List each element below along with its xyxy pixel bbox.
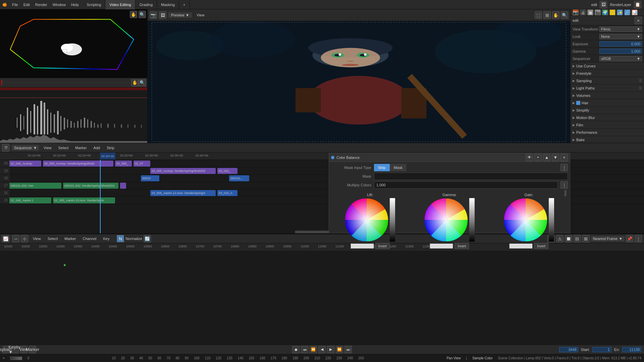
scene-icon-2[interactable]: 🎬 (595, 9, 601, 15)
hair-checkbox[interactable] (576, 101, 580, 105)
object-icon[interactable]: ⬡ (609, 9, 615, 15)
seq-menu-view[interactable]: View (42, 146, 54, 150)
cb-dot-icon[interactable]: • (534, 154, 542, 161)
output-icon[interactable]: 🖨 (580, 9, 586, 15)
gamma-brightness[interactable] (469, 198, 475, 242)
tab-grading[interactable]: Grading (136, 0, 157, 9)
strip-btn[interactable]: Strip (374, 164, 390, 171)
end-frame[interactable]: 11138 (622, 347, 641, 352)
preview-tool-1[interactable]: ⬚ (535, 11, 542, 19)
section-volumes[interactable]: ▶ Volumes (571, 92, 644, 99)
scene-icon[interactable]: 🖼 (600, 1, 607, 8)
section-performance[interactable]: ▶ Performance (571, 129, 644, 136)
keying-btn[interactable]: Keying ▼ (11, 346, 19, 353)
anim-menu-view[interactable]: View (31, 237, 43, 241)
transport-skip-end[interactable]: ⏭ (344, 346, 352, 353)
animation-content[interactable] (0, 251, 644, 345)
anim-menu-channel[interactable]: Channel (80, 237, 98, 241)
waveform-hand-tool[interactable]: ✋ (131, 79, 139, 86)
blender-icon[interactable]: 🍊 (0, 0, 9, 9)
mask-extra-icon[interactable]: ⋮ (560, 164, 568, 171)
anim-menu-key[interactable]: Key (101, 237, 111, 241)
render-layer-icon[interactable]: 📋 (634, 1, 641, 8)
menu-render[interactable]: Render (33, 0, 50, 9)
anim-menu-marker[interactable]: Marker (62, 237, 78, 241)
clip-02055[interactable]: 02_055_Acomp: /render/spring/shots/ (43, 161, 113, 167)
lift-brightness[interactable] (390, 198, 395, 242)
section-motion-blur[interactable]: ▶ Motion Blur (571, 114, 644, 121)
clip-02055aanim[interactable]: 02_055_Aanim.10.mov: /render/sprin (53, 197, 115, 203)
lift-color-wheel[interactable] (345, 198, 388, 242)
preview-tool-2[interactable]: ⊞ (543, 11, 551, 19)
menu-edit[interactable]: Edit (21, 0, 33, 9)
clip-03010[interactable]: 03_010_ (217, 168, 237, 174)
multiply-extra-icon[interactable]: ⋮ (560, 181, 568, 189)
menu-window[interactable]: Window (50, 0, 68, 9)
waveform-zoom-tool[interactable]: 🔍 (139, 79, 146, 86)
preview-icon-1[interactable]: 📷 (150, 11, 157, 19)
section-hair[interactable]: ▶ Hair (571, 99, 644, 107)
clip-0207[interactable]: 02_07 (133, 161, 150, 167)
sequencer-dropdown[interactable]: sRGB ▼ (599, 56, 642, 61)
gain-brightness[interactable] (549, 198, 554, 242)
gamma-color-wheel[interactable] (424, 198, 468, 242)
render-icon[interactable]: 📷 (573, 9, 579, 15)
constraints-icon[interactable]: 🔗 (624, 9, 630, 15)
look-dropdown[interactable]: None ▼ (599, 34, 642, 39)
mask-btn[interactable]: Mask (390, 164, 407, 171)
section-simplify[interactable]: ▶ Simplify (571, 107, 644, 114)
normalize-refresh[interactable]: 🔄 (144, 235, 151, 242)
data-icon[interactable]: 📊 (632, 9, 638, 15)
view-transform-dropdown[interactable]: Filmic ▼ (599, 26, 642, 32)
clip-000101042[interactable]: 000101.042: /render/spring/shots/024 (63, 183, 118, 189)
particles-icon[interactable]: ✨ (617, 9, 623, 15)
section-light-paths[interactable]: ▶ Light Paths ☰ (571, 84, 644, 92)
menu-file[interactable]: File (9, 0, 21, 9)
seq-menu-select[interactable]: Select (56, 146, 71, 150)
current-frame[interactable]: 3448 (559, 347, 578, 352)
viewport-3d[interactable]: ✋ 🔍 (0, 9, 147, 78)
section-use-curves[interactable]: ▶ Use Curves (571, 62, 644, 70)
section-film[interactable]: ▶ Film (571, 121, 644, 129)
preview-zoom[interactable]: 🔍 (561, 11, 568, 19)
anim-right-icon-5[interactable]: ⊞ (582, 235, 590, 242)
anim-type-icon[interactable]: 📈 (2, 235, 9, 242)
view-btn[interactable]: View (194, 12, 207, 18)
transport-record[interactable]: ⏺ (292, 346, 300, 353)
preview-hand[interactable]: ✋ (552, 11, 559, 19)
gamma-value[interactable]: 1.000 (599, 49, 642, 54)
seq-menu-add[interactable]: Add (92, 146, 102, 150)
marker-anim-btn[interactable]: Marker (29, 346, 36, 353)
section-freestyle[interactable]: ▶ Freestyle (571, 70, 644, 77)
clip-02045aanim[interactable]: 02_045_Aanim.1 (9, 197, 51, 203)
tab-add[interactable]: + (179, 0, 190, 9)
viewport-hand-tool[interactable]: ✋ (130, 11, 137, 18)
section-sampling[interactable]: ▶ Sampling ☰ (571, 77, 644, 84)
transport-play[interactable]: ▶ (327, 346, 334, 353)
seq-menu-strip[interactable]: Strip (105, 146, 116, 150)
anim-tool-1[interactable]: ↔ (12, 235, 19, 242)
cb-color-dot[interactable] (331, 156, 334, 159)
gamma-invert-btn[interactable]: Invert (454, 243, 469, 249)
preview-icon-2[interactable]: 🖼 (159, 11, 166, 19)
clip-000101024[interactable]: 000101.024: /ren (9, 183, 61, 189)
gain-invert-btn[interactable]: Invert (534, 243, 548, 249)
preview-mode-selector[interactable]: Preview ▼ (168, 12, 192, 18)
sequencer-title-btn[interactable]: Sequencer ▼ (12, 145, 39, 150)
volume-slider[interactable] (10, 357, 22, 360)
anim-tool-2[interactable]: ⊹ (21, 235, 28, 242)
cb-eye-icon[interactable]: 👁 (526, 154, 533, 161)
waveform-panel[interactable]: ✋ 🔍 (0, 78, 147, 143)
section-bake[interactable]: ▶ Bake (571, 136, 644, 143)
close-icon[interactable]: × (635, 17, 642, 24)
seq-menu-marker[interactable]: Marker (73, 146, 89, 150)
seq-type-icon[interactable]: 🎬 (2, 144, 9, 152)
video-preview[interactable] (148, 21, 570, 143)
anim-pin-icon[interactable]: 📌 (626, 235, 633, 242)
normalize-icon[interactable]: N (117, 235, 124, 242)
view-layer-icon[interactable]: ◼ (587, 9, 593, 15)
multiply-colors-value[interactable]: 1.000 (374, 181, 558, 189)
transport-skip-start[interactable]: ⏮ (301, 346, 308, 353)
cb-close-icon[interactable]: × (560, 154, 568, 161)
start-frame[interactable]: 1 (592, 347, 611, 352)
